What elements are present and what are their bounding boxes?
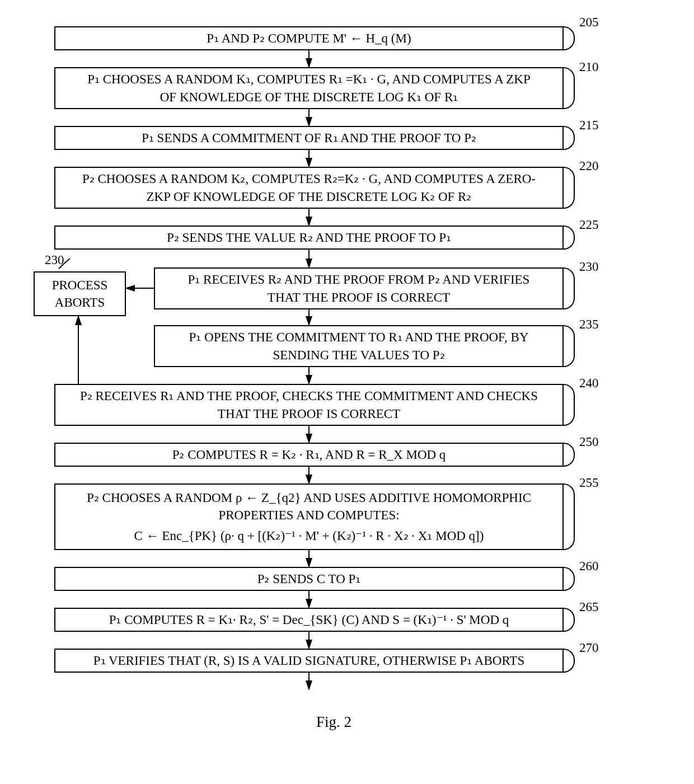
ref-bracket-205b [564, 39, 575, 50]
step-250: P₂ COMPUTES R = K₂ · R₁, AND R = R_X MOD… [54, 443, 564, 467]
ref-bracket-225b [564, 238, 575, 250]
ref-bracket-210b [564, 84, 575, 109]
ref-220: 220 [579, 159, 599, 173]
step-235: P₁ OPENS THE COMMITMENT TO R₁ AND THE PR… [154, 325, 564, 367]
step-265-text: P₁ COMPUTES R = K₁· R₂, S' = Dec_{SK} (C… [109, 611, 509, 628]
ref-270: 270 [579, 641, 599, 655]
step-240-l1: P₂ RECEIVES R₁ AND THE PROOF, CHECKS THE… [80, 387, 538, 405]
ref-255: 255 [579, 476, 599, 490]
ref-205: 205 [579, 15, 599, 30]
ref-240: 240 [579, 376, 599, 391]
ref-bracket-255 [564, 483, 575, 506]
step-220-l2: ZKP OF KNOWLEDGE OF THE DISCRETE LOG K₂ … [147, 188, 472, 205]
step-225-text: P₂ SENDS THE VALUE R₂ AND THE PROOF TO P… [167, 229, 451, 246]
process-aborts: PROCESS ABORTS [34, 271, 126, 316]
ref-bracket-265b [564, 620, 575, 632]
ref-230a: 230 [45, 253, 64, 267]
step-240-l2: THAT THE PROOF IS CORRECT [218, 405, 400, 422]
ref-bracket-235 [564, 325, 575, 342]
figure-caption: Fig. 2 [316, 713, 351, 731]
flowchart-canvas: P₁ AND P₂ COMPUTE M' ← H_q (M) 205 P₁ CH… [0, 11, 694, 773]
ref-bracket-225 [564, 226, 575, 238]
step-210: P₁ CHOOSES A RANDOM K₁, COMPUTES R₁ =K₁ … [54, 67, 564, 109]
ref-215: 215 [579, 118, 599, 133]
step-240: P₂ RECEIVES R₁ AND THE PROOF, CHECKS THE… [54, 384, 564, 426]
step-230-l2: THAT THE PROOF IS CORRECT [268, 289, 450, 306]
abort-l1: PROCESS [52, 276, 108, 294]
ref-bracket-240 [564, 384, 575, 401]
step-250-text: P₂ COMPUTES R = K₂ · R₁, AND R = R_X MOD… [172, 446, 446, 463]
ref-bracket-255b [564, 506, 575, 550]
step-205-text: P₁ AND P₂ COMPUTE M' ← H_q (M) [207, 30, 411, 47]
step-260: P₂ SENDS C TO P₁ [54, 567, 564, 591]
ref-bracket-210 [564, 67, 575, 84]
ref-bracket-265 [564, 608, 575, 620]
step-205: P₁ AND P₂ COMPUTE M' ← H_q (M) [54, 26, 564, 50]
ref-bracket-220 [564, 167, 575, 184]
step-220: P₂ CHOOSES A RANDOM K₂, COMPUTES R₂=K₂ ·… [54, 167, 564, 209]
ref-bracket-270 [564, 649, 575, 661]
ref-bracket-240b [564, 401, 575, 426]
ref-225: 225 [579, 218, 599, 232]
ref-bracket-230 [564, 267, 575, 284]
step-270: P₁ VERIFIES THAT (R, S) IS A VALID SIGNA… [54, 649, 564, 673]
ref-bracket-215 [564, 126, 575, 138]
ref-230b: 230 [579, 260, 599, 274]
step-260-text: P₂ SENDS C TO P₁ [257, 570, 361, 588]
step-255-l2: PROPERTIES AND COMPUTES: [218, 506, 399, 524]
step-235-l1: P₁ OPENS THE COMMITMENT TO R₁ AND THE PR… [189, 328, 528, 346]
step-255: P₂ CHOOSES A RANDOM ρ ← Z_{q2} AND USES … [54, 483, 564, 550]
ref-bracket-260b [564, 579, 575, 591]
step-235-l2: SENDING THE VALUES TO P₂ [273, 346, 444, 364]
step-255-l3: C ← Enc_{PK} (ρ· q + [(K₂)⁻¹ · M' + (K₂)… [134, 527, 484, 544]
ref-bracket-205 [564, 26, 575, 39]
ref-260: 260 [579, 559, 599, 574]
ref-bracket-260 [564, 567, 575, 579]
step-210-l2: OF KNOWLEDGE OF THE DISCRETE LOG K₁ OF R… [160, 88, 458, 106]
ref-bracket-250 [564, 443, 575, 455]
ref-bracket-270b [564, 661, 575, 673]
step-230-l1: P₁ RECEIVES R₂ AND THE PROOF FROM P₂ AND… [188, 271, 530, 288]
ref-210: 210 [579, 60, 599, 74]
ref-bracket-230b [564, 284, 575, 309]
abort-l2: ABORTS [55, 294, 105, 311]
ref-265: 265 [579, 600, 599, 614]
ref-235: 235 [579, 317, 599, 332]
step-220-l1: P₂ CHOOSES A RANDOM K₂, COMPUTES R₂=K₂ ·… [82, 170, 536, 187]
step-230: P₁ RECEIVES R₂ AND THE PROOF FROM P₂ AND… [154, 267, 564, 309]
ref-250: 250 [579, 435, 599, 449]
step-210-l1: P₁ CHOOSES A RANDOM K₁, COMPUTES R₁ =K₁ … [87, 71, 531, 88]
step-225: P₂ SENDS THE VALUE R₂ AND THE PROOF TO P… [54, 226, 564, 250]
step-215: P₁ SENDS A COMMITMENT OF R₁ AND THE PROO… [54, 126, 564, 150]
ref-bracket-250b [564, 455, 575, 467]
ref-bracket-235b [564, 342, 575, 367]
step-255-l1: P₂ CHOOSES A RANDOM ρ ← Z_{q2} AND USES … [87, 489, 531, 506]
step-215-text: P₁ SENDS A COMMITMENT OF R₁ AND THE PROO… [142, 129, 476, 147]
step-270-text: P₁ VERIFIES THAT (R, S) IS A VALID SIGNA… [93, 652, 524, 669]
step-265: P₁ COMPUTES R = K₁· R₂, S' = Dec_{SK} (C… [54, 608, 564, 632]
ref-bracket-215b [564, 138, 575, 150]
ref-bracket-220b [564, 184, 575, 209]
